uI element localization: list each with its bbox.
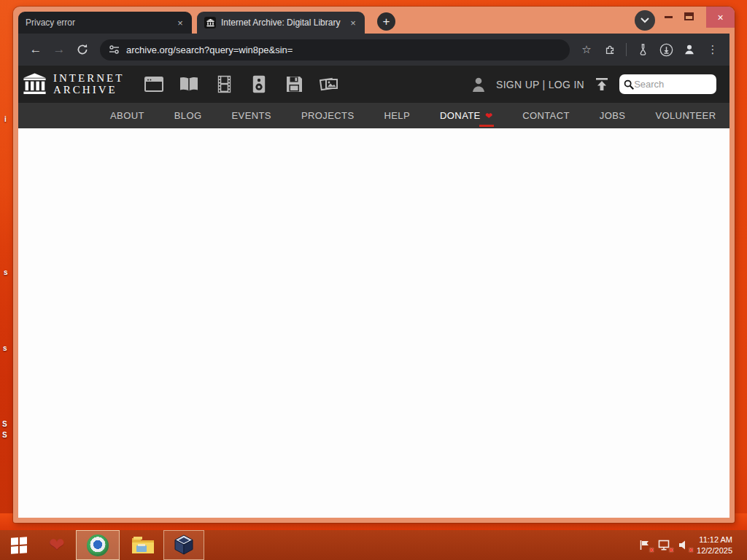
tab-strip: Privacy error × Internet Archive: Digita… [13,7,735,34]
reload-icon [77,44,88,55]
system-tray: × × × 11:12 AM 12/2/2025 [638,534,747,556]
tab-privacy-error[interactable]: Privacy error × [18,12,192,34]
tab-search-button[interactable] [635,10,655,31]
experiments-flask-icon[interactable] [633,40,652,59]
nav-label: BLOG [174,110,202,121]
tab-close-icon[interactable]: × [347,18,359,28]
taskbar-heart-app[interactable]: ❤ [38,530,76,560]
heart-icon: ❤ [49,534,65,556]
taskbar-virtualbox[interactable] [163,530,204,560]
reload-button[interactable] [72,39,93,60]
bookmark-star-icon[interactable]: ☆ [577,40,596,59]
network-icon[interactable]: × [657,539,670,552]
forward-button[interactable]: → [49,39,69,60]
page-content-blank [18,128,729,518]
media-type-icons [143,75,340,94]
internet-archive-logo[interactable]: INTERNET ARCHIVE [23,73,124,96]
taskbar-file-explorer[interactable] [123,530,163,560]
archive-search-box[interactable] [619,74,716,94]
chrome-icon [87,534,109,556]
images-icon[interactable] [318,75,340,94]
logo-line2: ARCHIVE [53,85,124,96]
nav-label: EVENTS [232,110,271,121]
nav-label: PROJECTS [301,110,355,121]
minimize-button[interactable] [665,16,673,18]
url-bar[interactable]: archive.org/search?query=win8pe&sin= [100,39,570,61]
nav-label: CONTACT [522,110,570,121]
nav-label: DONATE [440,110,481,121]
logo-wordmark: INTERNET ARCHIVE [53,73,124,96]
texts-icon[interactable] [178,75,200,94]
folder-icon [131,535,155,555]
user-icon [471,77,486,93]
volume-icon[interactable]: × [677,539,690,552]
nav-label: HELP [384,110,411,121]
desktop-icon-label-fragment: s [4,268,8,276]
internet-archive-favicon [204,17,216,28]
virtualbox-cube-icon [174,534,194,556]
logo-line1: INTERNET [53,73,124,85]
nav-label: ABOUT [110,110,144,121]
action-center-flag-icon[interactable]: × [638,539,651,552]
site-info-icon [109,45,120,54]
toolbar-actions: ☆ ⋮ [577,40,722,59]
archive-building-icon [23,73,47,96]
nav-label: VOLUNTEER [655,110,716,121]
nav-help[interactable]: HELP [384,103,411,128]
nav-volunteer[interactable]: VOLUNTEER [655,103,716,128]
taskbar-chrome-active[interactable] [76,530,120,560]
toolbar-divider [626,43,627,56]
tab-title: Privacy error [26,18,174,28]
desktop-icon-label-fragment: S [2,431,7,439]
archive-site-header: INTERNET ARCHIVE [18,66,729,103]
browser-menu-icon[interactable]: ⋮ [703,40,722,59]
downloads-icon[interactable] [657,40,676,59]
nav-label: JOBS [600,110,626,121]
search-icon [624,79,634,90]
upload-icon[interactable] [595,77,609,91]
alert-badge: × [649,546,654,554]
windows-logo-icon [11,537,27,554]
clock-date: 12/2/2025 [697,545,732,556]
url-text: archive.org/search?query=win8pe&sin= [126,44,293,55]
nav-about[interactable]: ABOUT [110,103,144,128]
maximize-button[interactable] [684,12,694,20]
nav-events[interactable]: EVENTS [232,103,271,128]
nav-donate[interactable]: DONATE ❤ [440,103,492,128]
desktop-icon-label-fragment: S [2,420,7,428]
profile-avatar-icon[interactable] [680,40,699,59]
donate-heart-icon: ❤ [485,111,492,121]
nav-contact[interactable]: CONTACT [522,103,570,128]
taskbar-clock[interactable]: 11:12 AM 12/2/2025 [697,534,740,556]
browser-toolbar: ← → archive.org/search?query=win8pe&sin=… [18,34,729,66]
start-button[interactable] [0,530,38,560]
tab-internet-archive[interactable]: Internet Archive: Digital Library × [197,12,365,34]
clock-time: 11:12 AM [697,534,732,545]
web-icon[interactable] [143,75,165,94]
extensions-icon[interactable] [600,40,619,59]
audio-icon[interactable] [248,75,270,94]
tab-title: Internet Archive: Digital Library [221,18,347,28]
search-input[interactable] [634,79,712,90]
archive-header-right: SIGN UP | LOG IN [471,74,725,94]
video-icon[interactable] [213,75,235,94]
nav-projects[interactable]: PROJECTS [301,103,355,128]
archive-nav-bar: ABOUT BLOG EVENTS PROJECTS HELP DONATE ❤… [18,103,729,128]
network-disconnected-badge: × [669,546,673,554]
nav-jobs[interactable]: JOBS [600,103,626,128]
tab-close-icon[interactable]: × [174,18,186,28]
taskbar: ❤ × × × 11: [0,530,747,560]
chevron-down-icon [640,18,649,23]
desktop-icon-label-fragment: s [3,344,7,352]
desktop-icon-label-fragment: i [4,115,7,123]
web-page: INTERNET ARCHIVE [18,66,729,518]
back-button[interactable]: ← [26,39,46,60]
signup-login-link[interactable]: SIGN UP | LOG IN [496,79,584,90]
browser-window: Privacy error × Internet Archive: Digita… [13,7,735,523]
donate-underline [479,125,494,127]
nav-blog[interactable]: BLOG [174,103,202,128]
software-icon[interactable] [283,75,305,94]
muted-badge: × [689,546,693,554]
close-button[interactable]: × [706,7,735,28]
new-tab-button[interactable]: + [377,12,395,31]
